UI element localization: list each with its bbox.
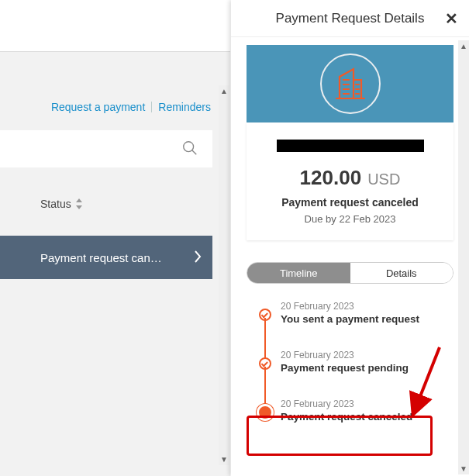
timeline-date: 20 February 2023 bbox=[281, 301, 453, 312]
building-icon bbox=[335, 66, 366, 102]
row-status-text: Payment request can… bbox=[40, 251, 194, 264]
timeline-date: 20 February 2023 bbox=[281, 398, 453, 409]
request-payment-link[interactable]: Request a payment bbox=[45, 101, 151, 113]
timeline-title: Payment request canceled bbox=[281, 411, 453, 423]
scroll-down-icon: ▼ bbox=[219, 455, 229, 464]
timeline-date: 20 February 2023 bbox=[281, 350, 453, 360]
company-avatar-circle bbox=[320, 53, 381, 114]
timeline-item: 20 February 2023 Payment request pending bbox=[259, 350, 453, 398]
scrollbar-right[interactable]: ▲ ▼ bbox=[458, 40, 469, 474]
segmented-control: Timeline Details bbox=[247, 262, 453, 284]
timeline-title: Payment request pending bbox=[281, 362, 453, 374]
search-box[interactable] bbox=[0, 130, 212, 167]
panel-header: Payment Request Details ✕ bbox=[231, 0, 469, 37]
timeline-item: 20 February 2023 You sent a payment requ… bbox=[259, 301, 453, 350]
panel-title: Payment Request Details bbox=[276, 11, 425, 26]
column-header-status[interactable]: Status bbox=[0, 198, 212, 210]
timeline: 20 February 2023 You sent a payment requ… bbox=[259, 301, 453, 423]
status-header-label: Status bbox=[40, 198, 71, 210]
amount-row: 120.00 USD bbox=[254, 166, 446, 190]
top-blank-bar bbox=[0, 0, 230, 52]
timeline-title: You sent a payment request bbox=[281, 313, 453, 325]
top-links: Request a payment Reminders bbox=[45, 101, 217, 113]
details-panel: Payment Request Details ✕ bbox=[231, 0, 469, 476]
status-text: Payment request canceled bbox=[254, 196, 446, 209]
background-list-area: Request a payment Reminders Status Payme… bbox=[0, 0, 230, 476]
chevron-right-icon bbox=[194, 250, 202, 266]
scrollbar-left[interactable]: ▲ ▼ bbox=[219, 85, 229, 465]
summary-card: 120.00 USD Payment request canceled Due … bbox=[247, 122, 453, 240]
timeline-dot-current-icon bbox=[257, 404, 274, 421]
due-text: Due by 22 Feb 2023 bbox=[254, 213, 446, 225]
scroll-up-icon: ▲ bbox=[458, 42, 469, 50]
svg-line-1 bbox=[192, 150, 197, 154]
timeline-item: 20 February 2023 Payment request cancele… bbox=[259, 398, 453, 423]
amount-currency: USD bbox=[367, 171, 400, 188]
tab-details[interactable]: Details bbox=[350, 263, 453, 283]
payer-name-redacted bbox=[277, 140, 424, 152]
scroll-down-icon: ▼ bbox=[458, 464, 469, 473]
reminders-link[interactable]: Reminders bbox=[152, 101, 217, 113]
scroll-up-icon: ▲ bbox=[219, 87, 229, 95]
svg-point-0 bbox=[184, 141, 194, 151]
tab-timeline[interactable]: Timeline bbox=[247, 263, 350, 283]
search-icon bbox=[181, 140, 198, 159]
close-icon[interactable]: ✕ bbox=[445, 9, 458, 28]
hero-banner bbox=[247, 45, 453, 122]
list-row-selected[interactable]: Payment request can… bbox=[0, 236, 212, 279]
sort-icon bbox=[76, 198, 82, 209]
amount-value: 120.00 bbox=[300, 166, 362, 190]
